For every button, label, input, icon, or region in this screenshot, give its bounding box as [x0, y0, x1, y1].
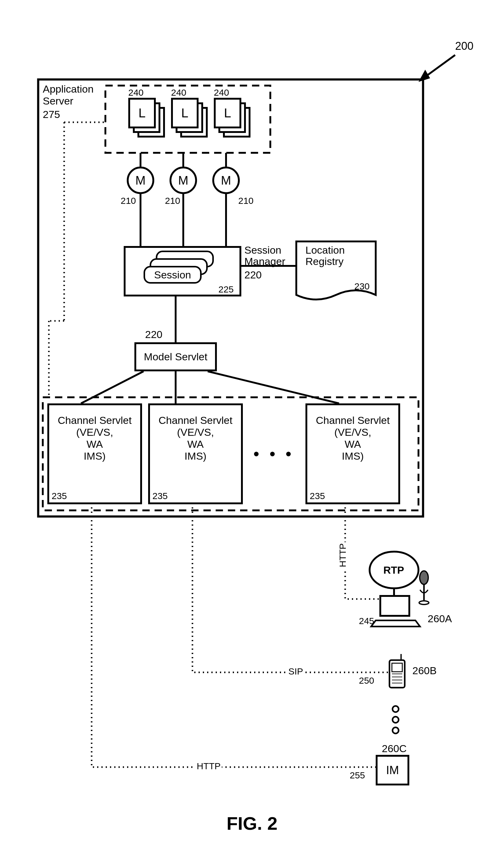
- listener-1-ref: 240: [128, 87, 144, 98]
- mediator-1-ref: 210: [121, 196, 136, 206]
- im-device: IM: [376, 755, 409, 785]
- svg-rect-27: [390, 660, 405, 688]
- listener-2-ref: 240: [171, 87, 186, 98]
- svg-line-14: [208, 371, 339, 403]
- app-server-ref: 275: [43, 108, 60, 120]
- cs3-l3: WA: [307, 438, 398, 450]
- svg-rect-22: [380, 596, 409, 616]
- dev2-tag: 260B: [412, 665, 436, 677]
- figure-ref: 200: [455, 40, 473, 53]
- svg-point-26: [419, 601, 429, 604]
- dev2-ref: 250: [359, 675, 374, 686]
- session-manager-label: Session Manager: [245, 245, 285, 267]
- cs2-l3: WA: [150, 438, 241, 450]
- http-label-1: HTTP: [338, 542, 348, 568]
- cs3-l2: (VE/VS,: [307, 426, 398, 438]
- cs3-l4: IMS): [307, 450, 398, 462]
- app-server-label: Application Server: [43, 83, 93, 107]
- svg-rect-28: [392, 663, 402, 672]
- location-registry-label: Location Registry: [305, 245, 345, 267]
- svg-point-36: [393, 727, 399, 733]
- listener-2: L: [171, 98, 199, 128]
- session-manager-ref: 220: [245, 269, 262, 281]
- svg-marker-1: [418, 70, 430, 82]
- dev1-tag: 260A: [428, 613, 452, 625]
- rtp-label: RTP: [383, 564, 404, 576]
- session-ref: 225: [218, 284, 234, 295]
- svg-point-35: [393, 717, 399, 723]
- cs1-l4: IMS): [49, 450, 140, 462]
- cs2-title: Channel Servlet: [150, 414, 241, 426]
- svg-line-0: [421, 55, 455, 79]
- cs1-ref: 235: [52, 491, 67, 501]
- mediator-3: M: [212, 166, 240, 194]
- svg-line-12: [81, 371, 144, 403]
- cs2-l4: IMS): [150, 450, 241, 462]
- cs3-title: Channel Servlet: [307, 414, 398, 426]
- cs3-ref: 235: [310, 491, 325, 501]
- figure-label: FIG. 2: [0, 813, 504, 834]
- sip-label: SIP: [287, 666, 304, 677]
- http-label-2: HTTP: [196, 761, 222, 772]
- svg-point-24: [420, 571, 428, 584]
- channel-servlet-1: Channel Servlet (VE/VS, WA IMS) 235: [47, 403, 142, 504]
- page: 200 Application Server 275 L 240 L 240 L…: [0, 0, 504, 849]
- listener-3-ref: 240: [214, 87, 229, 98]
- location-registry-ref: 230: [354, 281, 370, 291]
- channel-servlet-2: Channel Servlet (VE/VS, WA IMS) 235: [148, 403, 243, 504]
- mediator-1: M: [127, 166, 154, 194]
- model-servlet-label: Model Servlet: [144, 351, 208, 363]
- dev1-ref: 245: [359, 616, 374, 626]
- channel-servlet-3: Channel Servlet (VE/VS, WA IMS) 235: [305, 403, 400, 504]
- model-servlet-box: Model Servlet: [134, 342, 217, 371]
- dev3-ref: 255: [350, 770, 365, 780]
- cs1-l2: (VE/VS,: [49, 426, 140, 438]
- cs2-ref: 235: [152, 491, 168, 501]
- dev3-tag: 260C: [382, 743, 407, 755]
- cs1-l3: WA: [49, 438, 140, 450]
- svg-point-34: [393, 706, 399, 712]
- listener-1: L: [128, 98, 156, 128]
- session-pill: Session: [144, 266, 202, 284]
- model-servlet-ref: 220: [145, 329, 162, 340]
- cs2-l2: (VE/VS,: [150, 426, 241, 438]
- servlet-ellipsis: • • •: [253, 445, 294, 463]
- mediator-2: M: [169, 166, 197, 194]
- cs1-title: Channel Servlet: [49, 414, 140, 426]
- listener-3: L: [214, 98, 241, 128]
- mediator-2-ref: 210: [165, 196, 180, 206]
- mediator-3-ref: 210: [238, 196, 253, 206]
